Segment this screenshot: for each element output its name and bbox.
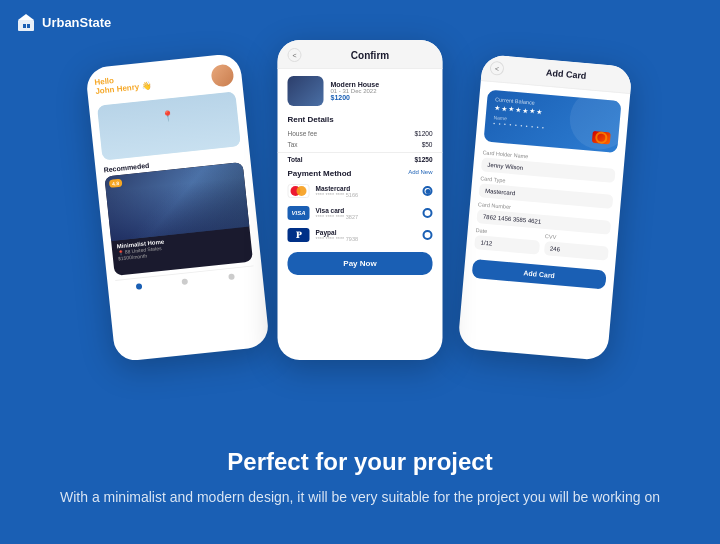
mastercard-icon: [288, 184, 310, 198]
paypal-num: **** **** **** 7938: [316, 236, 359, 242]
rating-badge: 4.8: [109, 179, 123, 188]
payment-header: Payment Method Add New: [278, 165, 443, 180]
cvv-input[interactable]: 246: [543, 241, 608, 261]
total-row: Total $1250: [278, 152, 443, 165]
svg-marker-1: [18, 14, 34, 20]
headline: Perfect for your project: [60, 448, 660, 476]
property-row: Modern House 01 - 31 Dec 2022 $1200: [278, 69, 443, 113]
right-back-button[interactable]: <: [489, 61, 504, 76]
svg-rect-2: [23, 24, 26, 28]
payment-mastercard[interactable]: Mastercard **** **** **** 5166: [278, 180, 443, 202]
left-hello: Hello John Henry 👋: [94, 72, 152, 96]
nav-search[interactable]: [182, 278, 189, 285]
mastercard-radio[interactable]: [423, 186, 433, 196]
visa-num: **** **** **** 3827: [316, 214, 359, 220]
svg-point-5: [297, 186, 307, 196]
property-thumbnail: [288, 76, 324, 106]
tax-row: Tax $50: [278, 139, 443, 150]
phones-container: Hello John Henry 👋 📍 Recommeded 4.8 Mini…: [70, 30, 650, 410]
visa-radio[interactable]: [423, 208, 433, 218]
svg-rect-3: [27, 24, 30, 28]
paypal-icon: 𝐏: [288, 228, 310, 242]
phone-left: Hello John Henry 👋 📍 Recommeded 4.8 Mini…: [85, 53, 270, 363]
property-detail-title: Modern House: [331, 81, 380, 88]
cvv-field: CVV 246: [543, 233, 609, 261]
payment-paypal[interactable]: 𝐏 Paypal **** **** **** 7938: [278, 224, 443, 246]
paypal-radio[interactable]: [423, 230, 433, 240]
card-chip: [592, 131, 611, 145]
nav-message[interactable]: [228, 273, 235, 280]
date-input[interactable]: 1/12: [474, 235, 539, 255]
header: UrbanState: [16, 12, 111, 32]
bottom-section: Perfect for your project With a minimali…: [0, 448, 720, 508]
property-card: 4.8 Minimalist Home 📍 88 United States $…: [104, 162, 253, 276]
add-new-button[interactable]: Add New: [408, 169, 432, 178]
add-card-title: Add Card: [508, 64, 623, 84]
avatar: [210, 63, 234, 87]
logo-icon: [16, 12, 36, 32]
card-visual: Current Balance ★★★★★★★ Name • • • • • •…: [484, 90, 622, 153]
add-card-button[interactable]: Add Card: [472, 259, 607, 290]
map-pin-icon: 📍: [161, 109, 174, 121]
brand-name: UrbanState: [42, 15, 111, 30]
visa-icon: VISA: [288, 206, 310, 220]
mastercard-name: Mastercard: [316, 185, 359, 192]
subtext: With a minimalist and modern design, it …: [60, 486, 660, 508]
map-area: 📍: [97, 91, 241, 160]
right-header: < Add Card: [481, 54, 633, 94]
house-fee-row: House fee $1200: [278, 128, 443, 139]
phone-center: < Confirm Modern House 01 - 31 Dec 2022 …: [278, 40, 443, 360]
confirm-title: Confirm: [308, 50, 433, 61]
rent-details-title: Rent Details: [278, 113, 443, 128]
date-field: Date 1/12: [474, 227, 540, 255]
payment-visa[interactable]: VISA Visa card **** **** **** 3827: [278, 202, 443, 224]
visa-name: Visa card: [316, 207, 359, 214]
paypal-name: Paypal: [316, 229, 359, 236]
property-detail-price: $1200: [331, 94, 380, 101]
mastercard-num: **** **** **** 5166: [316, 192, 359, 198]
phone-right: < Add Card Current Balance ★★★★★★★ Name …: [457, 54, 632, 361]
back-button[interactable]: <: [288, 48, 302, 62]
nav-home[interactable]: [136, 283, 143, 290]
pay-now-button[interactable]: Pay Now: [288, 252, 433, 275]
center-header: < Confirm: [278, 40, 443, 69]
